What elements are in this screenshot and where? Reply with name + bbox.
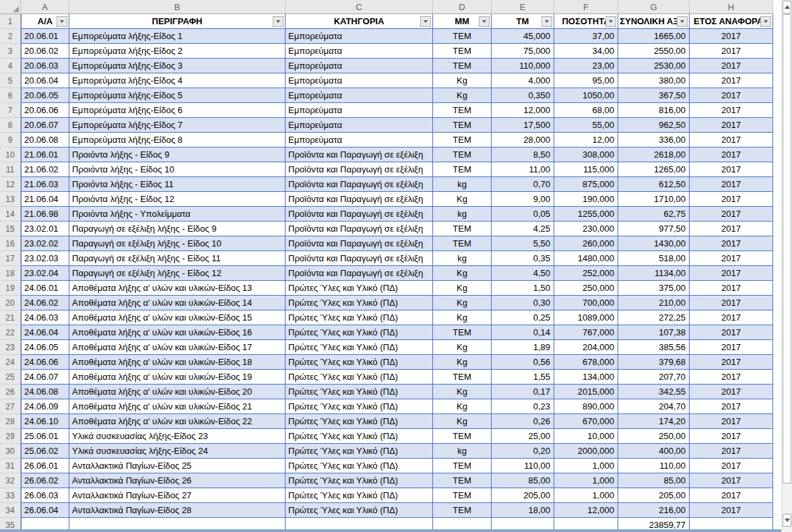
cell[interactable]: 12,000 — [554, 503, 618, 518]
cell[interactable]: 2017 — [690, 118, 773, 133]
cell[interactable]: Πρώτες Ύλες και Υλικό (ΠΔ) — [286, 325, 433, 340]
cell[interactable]: 2017 — [690, 88, 773, 103]
cell[interactable]: 0,30 — [492, 296, 554, 310]
cell[interactable]: 400,00 — [618, 444, 690, 459]
cell[interactable]: 0,350 — [492, 88, 554, 103]
cell[interactable]: Προιόντα λήξης - Είδος 9 — [69, 147, 286, 162]
filter-button[interactable] — [760, 16, 771, 27]
cell[interactable]: Πρώτες Ύλες και Υλικό (ΠΔ) — [286, 503, 433, 518]
cell[interactable]: 1,55 — [492, 370, 554, 385]
cell[interactable]: 0,56 — [492, 355, 554, 370]
cell[interactable]: Kg — [433, 73, 492, 88]
cell[interactable]: 110,00 — [492, 459, 554, 473]
cell[interactable]: 23.02.04 — [21, 266, 69, 281]
cell[interactable]: 20.06.02 — [21, 44, 69, 59]
cell[interactable]: 9,00 — [492, 192, 554, 207]
cell[interactable]: 24.06.07 — [21, 370, 69, 385]
cell[interactable]: Πρώτες Ύλες και Υλικό (ΠΔ) — [286, 429, 433, 444]
cell[interactable]: Υλικά συσκευασίας λήξης-Είδος 24 — [69, 444, 286, 459]
cell[interactable]: 2017 — [690, 281, 773, 296]
row-number[interactable]: 11 — [0, 162, 21, 177]
cell[interactable]: Πρώτες Ύλες και Υλικό (ΠΔ) — [286, 296, 433, 310]
row-number[interactable]: 7 — [0, 103, 21, 118]
cell[interactable]: 107,38 — [618, 325, 690, 340]
row-number[interactable]: 34 — [0, 503, 21, 518]
cell[interactable]: 252,000 — [554, 266, 618, 281]
cell[interactable]: 37,00 — [554, 29, 618, 44]
cell[interactable]: 250,000 — [554, 281, 618, 296]
cell[interactable]: 670,000 — [554, 414, 618, 429]
cell[interactable]: TEM — [433, 133, 492, 147]
cell[interactable]: 2017 — [690, 207, 773, 222]
cell[interactable]: 2017 — [690, 266, 773, 281]
cell[interactable]: 45,000 — [492, 29, 554, 44]
cell[interactable]: 174,20 — [618, 414, 690, 429]
cell[interactable]: 20.06.05 — [21, 88, 69, 103]
row-number[interactable]: 5 — [0, 73, 21, 88]
cell[interactable]: 2000,000 — [554, 444, 618, 459]
cell[interactable]: 2017 — [690, 488, 773, 503]
cell[interactable]: 11,00 — [492, 162, 554, 177]
cell[interactable]: Εμπορεύματα — [286, 118, 433, 133]
cell[interactable]: Εμπορεύματα — [286, 59, 433, 73]
row-number[interactable]: 27 — [0, 399, 21, 414]
cell[interactable]: 21.06.01 — [21, 147, 69, 162]
cell[interactable]: 20.06.01 — [21, 29, 69, 44]
cell[interactable]: 678,000 — [554, 355, 618, 370]
cell[interactable]: Αποθέματα λήξης α' υλών και υλικών-Είδος… — [69, 281, 286, 296]
cell[interactable]: 24.06.09 — [21, 399, 69, 414]
cell[interactable]: Πρώτες Ύλες και Υλικό (ΠΔ) — [286, 399, 433, 414]
cell[interactable]: 375,00 — [618, 281, 690, 296]
cell[interactable]: 12,000 — [492, 103, 554, 118]
cell[interactable]: 0,14 — [492, 325, 554, 340]
row-number[interactable]: 18 — [0, 266, 21, 281]
row-number[interactable]: 26 — [0, 385, 21, 399]
cell[interactable]: 2017 — [690, 459, 773, 473]
column-letter[interactable]: G — [618, 0, 690, 14]
column-letter[interactable]: H — [690, 0, 773, 14]
cell[interactable]: 205,00 — [492, 488, 554, 503]
cell[interactable]: 612,50 — [618, 177, 690, 192]
row-number[interactable]: 23 — [0, 340, 21, 355]
cell[interactable]: 2017 — [690, 177, 773, 192]
cell[interactable]: Αποθέματα λήξης α' υλών και υλικών-Είδος… — [69, 370, 286, 385]
cell[interactable]: Προϊόντα και Παραγωγή σε εξέλιξη — [286, 147, 433, 162]
cell[interactable]: Προιόντα λήξης - Υπολείμματα — [69, 207, 286, 222]
cell[interactable]: 2550,00 — [618, 44, 690, 59]
cell[interactable]: Αποθέματα λήξης α' υλών και υλικών-Είδος… — [69, 355, 286, 370]
cell[interactable]: 260,000 — [554, 236, 618, 251]
cell[interactable]: 26.06.04 — [21, 503, 69, 518]
cell[interactable]: TEM — [433, 370, 492, 385]
cell[interactable]: 25,00 — [492, 429, 554, 444]
cell[interactable]: 0,05 — [492, 207, 554, 222]
cell[interactable]: TEM — [433, 29, 492, 44]
cell[interactable]: 2017 — [690, 133, 773, 147]
cell[interactable]: 24.06.06 — [21, 355, 69, 370]
cell[interactable]: 385,56 — [618, 340, 690, 355]
vertical-scrollbar[interactable] — [781, 0, 792, 532]
cell[interactable]: Εμπορεύματα — [286, 88, 433, 103]
cell[interactable]: 23.02.03 — [21, 251, 69, 266]
cell[interactable]: 24.06.10 — [21, 414, 69, 429]
cell[interactable]: 110,00 — [618, 459, 690, 473]
cell[interactable]: Προϊόντα και Παραγωγή σε εξέλιξη — [286, 162, 433, 177]
cell[interactable]: 95,00 — [554, 73, 618, 88]
cell[interactable]: 1,000 — [554, 473, 618, 488]
cell[interactable]: 23.02.02 — [21, 236, 69, 251]
cell[interactable]: Αποθέματα λήξης α' υλών και υλικών-Είδος… — [69, 310, 286, 325]
header-cell[interactable]: Α/Α — [21, 14, 69, 29]
cell[interactable]: TEM — [433, 325, 492, 340]
row-number[interactable]: 3 — [0, 44, 21, 59]
header-cell[interactable]: ΜΜ — [433, 14, 492, 29]
row-number[interactable]: 31 — [0, 459, 21, 473]
cell[interactable]: 204,70 — [618, 399, 690, 414]
cell[interactable]: 0,20 — [492, 444, 554, 459]
column-letter[interactable]: D — [433, 0, 492, 14]
cell[interactable]: 230,000 — [554, 222, 618, 236]
cell[interactable]: Πρώτες Ύλες και Υλικό (ΠΔ) — [286, 310, 433, 325]
cell[interactable]: Αποθέματα λήξης α' υλών και υλικών-Είδος… — [69, 296, 286, 310]
cell[interactable]: 24.06.04 — [21, 325, 69, 340]
row-number[interactable]: 9 — [0, 133, 21, 147]
cell[interactable]: Kg — [433, 296, 492, 310]
cell[interactable]: 0,70 — [492, 177, 554, 192]
